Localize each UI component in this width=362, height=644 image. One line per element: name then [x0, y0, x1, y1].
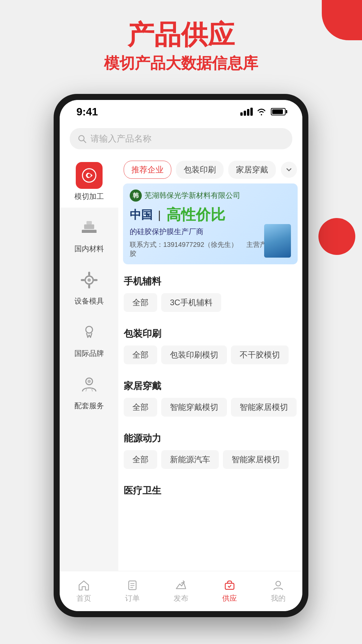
category-tag[interactable]: 全部 — [124, 345, 157, 364]
category-tag[interactable]: 智能家居模切 — [231, 398, 297, 417]
svg-rect-10 — [88, 272, 90, 276]
nav-item-publish[interactable]: 发布 — [157, 579, 205, 603]
banner-china-text: 中国 — [130, 207, 153, 223]
banner-company: 韩 芜湖韩保光学新材料有限公司 — [130, 190, 291, 202]
nav-item-supply[interactable]: 供应 — [205, 579, 254, 603]
filter-tab-packaging[interactable]: 包装印刷 — [176, 161, 224, 179]
status-icons — [240, 108, 286, 116]
category-tag[interactable]: 全部 — [124, 398, 157, 417]
category-title-mobile: 手机辅料 — [124, 275, 297, 288]
svg-point-3 — [87, 174, 91, 177]
banner-ad[interactable]: 韩 芜湖韩保光学新材料有限公司 中国 | 高性价比 的硅胶保护膜生产厂商 联系方… — [123, 183, 298, 264]
filter-tabs: 推荐企业 包装印刷 家居穿戴 — [118, 156, 302, 183]
supply-icon — [224, 579, 236, 591]
sidebar-item-die-cutting[interactable]: 模切加工 — [60, 156, 118, 208]
nav-item-home[interactable]: 首页 — [60, 579, 108, 603]
category-tags-home-wear: 全部 智能穿戴模切 智能家居模切 — [124, 398, 297, 417]
svg-rect-11 — [88, 284, 90, 288]
search-icon — [78, 135, 86, 143]
svg-rect-5 — [84, 224, 94, 229]
category-tags-packaging: 全部 包装印刷模切 不干胶模切 — [124, 345, 297, 364]
banner-title-main: 产品供应 — [0, 20, 362, 50]
phone-screen: 9:41 — [60, 100, 302, 611]
banner-main-text: 中国 | 高性价比 — [130, 205, 291, 225]
right-content: 推荐企业 包装印刷 家居穿戴 韩 芜湖韩保光学新材料有限公司 — [118, 156, 302, 577]
orders-icon — [126, 579, 138, 591]
publish-icon — [175, 579, 187, 591]
sidebar-label-die-cutting: 模切加工 — [74, 192, 104, 202]
sidebar: 模切加工 国内材料 — [60, 156, 118, 577]
category-tag[interactable]: 3C手机辅料 — [161, 293, 221, 312]
filter-dropdown-button[interactable] — [281, 162, 297, 178]
home-icon — [78, 579, 90, 591]
category-medical: 医疗卫生 — [118, 478, 302, 508]
category-tag[interactable]: 不干胶模切 — [231, 345, 289, 364]
category-tag[interactable]: 新能源汽车 — [161, 450, 219, 469]
status-time: 9:41 — [76, 106, 98, 118]
nav-label-orders: 订单 — [125, 593, 140, 603]
top-banner: 产品供应 模切产品大数据信息库 — [0, 20, 362, 74]
category-mobile-accessories: 手机辅料 全部 3C手机辅料 — [118, 269, 302, 318]
phone-mockup: 9:41 — [54, 94, 308, 617]
svg-rect-6 — [86, 221, 92, 224]
die-cutting-icon — [76, 162, 103, 189]
category-home-wear: 家居穿戴 全部 智能穿戴模切 智能家居模切 — [118, 374, 302, 423]
nav-item-orders[interactable]: 订单 — [108, 579, 157, 603]
sidebar-label-international: 国际品牌 — [74, 348, 104, 359]
main-content: 模切加工 国内材料 — [60, 156, 302, 577]
svg-line-1 — [83, 140, 86, 143]
sidebar-item-support-service[interactable]: 配套服务 — [60, 365, 118, 417]
status-bar: 9:41 — [60, 100, 302, 123]
equipment-icon — [76, 267, 103, 293]
svg-point-23 — [276, 581, 281, 586]
category-title-packaging: 包装印刷 — [124, 327, 297, 340]
banner-highlight-text: 高性价比 — [166, 205, 225, 225]
category-tag[interactable]: 全部 — [124, 450, 157, 469]
nav-label-mine: 我的 — [271, 593, 286, 603]
battery-icon — [271, 108, 286, 115]
category-energy: 能源动力 全部 新能源汽车 智能家居模切 — [118, 426, 302, 475]
banner-company-name: 芜湖韩保光学新材料有限公司 — [144, 191, 240, 201]
support-service-icon — [76, 371, 103, 398]
filter-tab-recommended[interactable]: 推荐企业 — [124, 161, 171, 179]
sidebar-item-equipment[interactable]: 设备模具 — [60, 261, 118, 312]
search-area: 请输入产品名称 — [60, 123, 302, 156]
category-tags-energy: 全部 新能源汽车 智能家居模切 — [124, 450, 297, 469]
category-title-home-wear: 家居穿戴 — [124, 380, 297, 392]
banner-logo: 韩 — [130, 190, 142, 202]
category-tags-mobile: 全部 3C手机辅料 — [124, 293, 297, 312]
search-input-wrapper[interactable]: 请输入产品名称 — [70, 128, 292, 149]
nav-item-mine[interactable]: 我的 — [254, 579, 302, 603]
bottom-nav: 首页 订单 发布 — [60, 571, 302, 611]
category-tag[interactable]: 智能家居模切 — [223, 450, 289, 469]
sidebar-item-domestic-materials[interactable]: 国内材料 — [60, 208, 118, 260]
sidebar-label-support: 配套服务 — [74, 401, 104, 411]
domestic-materials-icon — [76, 214, 103, 241]
wifi-icon — [257, 108, 266, 115]
svg-rect-4 — [82, 230, 97, 232]
svg-rect-13 — [94, 279, 98, 281]
svg-point-9 — [87, 278, 91, 282]
user-icon — [272, 579, 284, 591]
svg-point-14 — [86, 326, 93, 333]
sidebar-label-equipment: 设备模具 — [74, 296, 104, 306]
nav-label-publish: 发布 — [174, 593, 188, 603]
search-placeholder: 请输入产品名称 — [90, 133, 152, 145]
signal-bars-icon — [240, 108, 253, 116]
category-title-medical: 医疗卫生 — [124, 484, 297, 497]
banner-product-image — [264, 224, 291, 258]
banner-title-sub: 模切产品大数据信息库 — [0, 53, 362, 74]
category-packaging: 包装印刷 全部 包装印刷模切 不干胶模切 — [118, 321, 302, 370]
nav-label-home: 首页 — [76, 593, 91, 603]
sidebar-label-domestic: 国内材料 — [74, 244, 104, 254]
category-tag[interactable]: 包装印刷模切 — [161, 345, 227, 364]
sidebar-item-international[interactable]: 国际品牌 — [60, 313, 118, 365]
international-brand-icon — [76, 319, 103, 346]
nav-label-supply: 供应 — [222, 593, 237, 603]
svg-point-16 — [87, 380, 91, 383]
category-title-energy: 能源动力 — [124, 432, 297, 445]
category-tag[interactable]: 全部 — [124, 293, 157, 312]
category-tag[interactable]: 智能穿戴模切 — [161, 398, 227, 417]
svg-rect-12 — [81, 279, 85, 281]
filter-tab-home-wear[interactable]: 家居穿戴 — [228, 161, 276, 179]
